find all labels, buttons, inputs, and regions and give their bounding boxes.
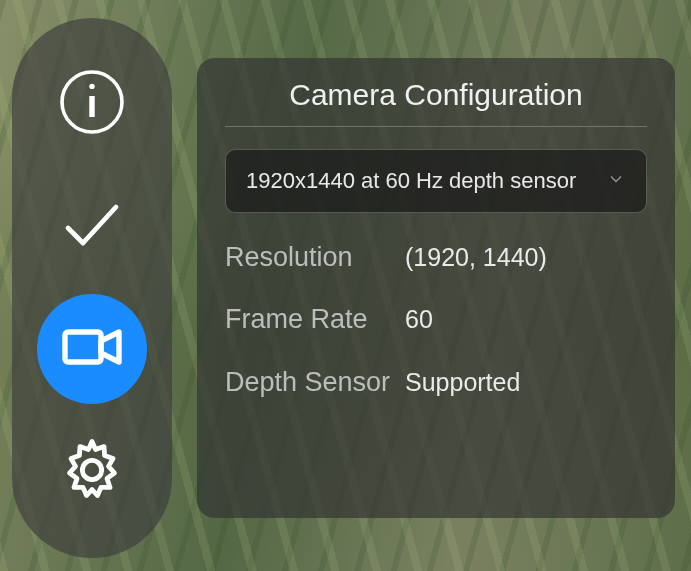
camera-icon <box>56 311 128 387</box>
check-icon <box>56 189 128 265</box>
depthsensor-value: Supported <box>405 366 520 398</box>
svg-point-2 <box>89 84 94 89</box>
sidebar-item-check[interactable] <box>37 172 147 282</box>
sidebar-item-settings[interactable] <box>37 417 147 527</box>
svg-rect-3 <box>65 332 101 362</box>
resolution-value: (1920, 1440) <box>405 241 547 273</box>
svg-point-5 <box>82 460 101 479</box>
info-icon <box>56 66 128 142</box>
row-resolution: Resolution (1920, 1440) <box>225 241 647 273</box>
row-depthsensor: Depth Sensor Supported <box>225 366 647 398</box>
sidebar-item-info[interactable] <box>37 49 147 159</box>
sidebar-item-camera[interactable] <box>37 294 147 404</box>
camera-config-panel: Camera Configuration 1920x1440 at 60 Hz … <box>197 58 675 518</box>
gear-icon <box>56 434 128 510</box>
framerate-value: 60 <box>405 303 433 335</box>
framerate-label: Frame Rate <box>225 303 405 335</box>
row-framerate: Frame Rate 60 <box>225 303 647 335</box>
panel-title: Camera Configuration <box>225 78 647 127</box>
depthsensor-label: Depth Sensor <box>225 366 405 398</box>
sidebar <box>12 18 172 558</box>
chevron-down-icon <box>606 169 626 193</box>
camera-config-dropdown[interactable]: 1920x1440 at 60 Hz depth sensor <box>225 149 647 213</box>
resolution-label: Resolution <box>225 241 405 273</box>
dropdown-selected-label: 1920x1440 at 60 Hz depth sensor <box>246 168 576 194</box>
